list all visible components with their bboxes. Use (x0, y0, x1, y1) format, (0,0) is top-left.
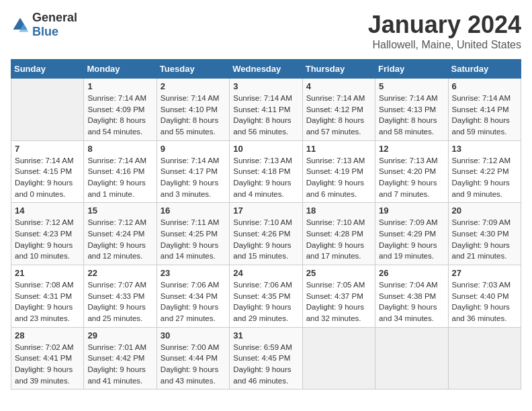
day-number: 20 (452, 205, 517, 216)
day-number: 4 (306, 81, 371, 91)
calendar-week-row: 28Sunrise: 7:02 AMSunset: 4:41 PMDayligh… (11, 327, 521, 390)
day-info: Sunrise: 7:13 AMSunset: 4:19 PMDaylight:… (306, 155, 371, 200)
sunset-text: Sunset: 4:20 PM (379, 166, 444, 177)
day-number: 8 (87, 144, 152, 154)
weekday-header: Saturday (448, 60, 521, 79)
sunset-text: Sunset: 4:41 PM (15, 353, 80, 364)
sunrise-text: Sunrise: 7:13 AM (233, 155, 298, 167)
sunset-text: Sunset: 4:16 PM (87, 166, 152, 177)
sunset-text: Sunset: 4:34 PM (161, 291, 226, 302)
day-info: Sunrise: 7:14 AMSunset: 4:14 PMDaylight:… (452, 93, 517, 138)
sunrise-text: Sunrise: 7:00 AM (161, 342, 226, 353)
day-info: Sunrise: 7:01 AMSunset: 4:42 PMDaylight:… (87, 342, 152, 387)
day-info: Sunrise: 7:14 AMSunset: 4:15 PMDaylight:… (15, 155, 80, 200)
day-number: 27 (452, 268, 517, 278)
sunset-text: Sunset: 4:11 PM (233, 104, 298, 116)
sunrise-text: Sunrise: 7:14 AM (379, 93, 444, 104)
daylight-text: Daylight: 9 hours and 10 minutes. (15, 240, 80, 262)
daylight-text: Daylight: 8 hours and 57 minutes. (306, 115, 371, 137)
sunrise-text: Sunrise: 6:59 AM (233, 342, 298, 353)
sunset-text: Sunset: 4:10 PM (161, 104, 226, 116)
calendar-day-cell: 17Sunrise: 7:10 AMSunset: 4:26 PMDayligh… (230, 203, 302, 265)
daylight-text: Daylight: 9 hours and 1 minute. (87, 177, 152, 199)
sunset-text: Sunset: 4:37 PM (306, 291, 371, 302)
day-number: 30 (161, 330, 226, 340)
daylight-text: Daylight: 9 hours and 27 minutes. (161, 302, 226, 324)
sunrise-text: Sunrise: 7:14 AM (452, 93, 517, 104)
day-number: 9 (161, 144, 226, 154)
daylight-text: Daylight: 9 hours and 23 minutes. (15, 302, 80, 324)
day-number: 3 (233, 81, 298, 91)
daylight-text: Daylight: 8 hours and 54 minutes. (87, 115, 152, 137)
daylight-text: Daylight: 9 hours and 3 minutes. (161, 177, 226, 199)
sunset-text: Sunset: 4:25 PM (161, 228, 226, 240)
sunrise-text: Sunrise: 7:14 AM (233, 93, 298, 104)
sunset-text: Sunset: 4:45 PM (233, 353, 298, 364)
sunrise-text: Sunrise: 7:14 AM (161, 93, 226, 104)
daylight-text: Daylight: 9 hours and 4 minutes. (233, 177, 298, 199)
sunset-text: Sunset: 4:35 PM (233, 291, 298, 302)
calendar-day-cell: 31Sunrise: 6:59 AMSunset: 4:45 PMDayligh… (230, 327, 302, 390)
sunrise-text: Sunrise: 7:14 AM (87, 155, 152, 167)
calendar-day-cell: 12Sunrise: 7:13 AMSunset: 4:20 PMDayligh… (375, 140, 448, 203)
weekday-header: Thursday (302, 60, 375, 79)
sunset-text: Sunset: 4:31 PM (15, 291, 80, 302)
sunset-text: Sunset: 4:24 PM (87, 228, 152, 240)
day-number: 6 (452, 81, 517, 91)
sunrise-text: Sunrise: 7:14 AM (15, 155, 80, 167)
daylight-text: Daylight: 9 hours and 6 minutes. (306, 177, 371, 199)
calendar-day-cell: 20Sunrise: 7:09 AMSunset: 4:30 PMDayligh… (448, 203, 521, 265)
calendar-day-cell: 14Sunrise: 7:12 AMSunset: 4:23 PMDayligh… (11, 203, 84, 265)
day-number: 21 (15, 268, 80, 278)
sunset-text: Sunset: 4:29 PM (379, 228, 444, 240)
sunset-text: Sunset: 4:17 PM (161, 166, 226, 177)
calendar-day-cell (11, 79, 84, 141)
calendar-day-cell: 13Sunrise: 7:12 AMSunset: 4:22 PMDayligh… (448, 140, 521, 203)
sunset-text: Sunset: 4:33 PM (87, 291, 152, 302)
day-info: Sunrise: 7:06 AMSunset: 4:35 PMDaylight:… (233, 279, 298, 324)
sunrise-text: Sunrise: 7:01 AM (87, 342, 152, 353)
sunrise-text: Sunrise: 7:06 AM (233, 279, 298, 291)
sunrise-text: Sunrise: 7:09 AM (379, 217, 444, 228)
calendar-day-cell: 19Sunrise: 7:09 AMSunset: 4:29 PMDayligh… (375, 203, 448, 265)
day-info: Sunrise: 7:06 AMSunset: 4:34 PMDaylight:… (161, 279, 226, 324)
day-info: Sunrise: 7:11 AMSunset: 4:25 PMDaylight:… (161, 217, 226, 262)
day-number: 31 (233, 330, 298, 340)
daylight-text: Daylight: 9 hours and 14 minutes. (161, 240, 226, 262)
sunrise-text: Sunrise: 7:11 AM (161, 217, 226, 228)
day-info: Sunrise: 7:14 AMSunset: 4:09 PMDaylight:… (87, 93, 152, 138)
calendar-day-cell: 30Sunrise: 7:00 AMSunset: 4:44 PMDayligh… (157, 327, 229, 390)
daylight-text: Daylight: 9 hours and 43 minutes. (161, 364, 226, 386)
sunrise-text: Sunrise: 7:07 AM (87, 279, 152, 291)
calendar-day-cell: 2Sunrise: 7:14 AMSunset: 4:10 PMDaylight… (157, 79, 229, 141)
day-info: Sunrise: 7:05 AMSunset: 4:37 PMDaylight:… (306, 279, 371, 324)
daylight-text: Daylight: 9 hours and 0 minutes. (15, 177, 80, 199)
weekday-header: Monday (84, 60, 157, 79)
calendar-day-cell: 10Sunrise: 7:13 AMSunset: 4:18 PMDayligh… (230, 140, 302, 203)
daylight-text: Daylight: 9 hours and 25 minutes. (87, 302, 152, 324)
calendar-week-row: 14Sunrise: 7:12 AMSunset: 4:23 PMDayligh… (11, 203, 521, 265)
calendar-day-cell: 29Sunrise: 7:01 AMSunset: 4:42 PMDayligh… (84, 327, 157, 390)
page-header: General Blue January 2024 Hallowell, Mai… (11, 11, 521, 51)
calendar-day-cell: 1Sunrise: 7:14 AMSunset: 4:09 PMDaylight… (84, 79, 157, 141)
day-number: 13 (452, 144, 517, 154)
sunrise-text: Sunrise: 7:10 AM (306, 217, 371, 228)
daylight-text: Daylight: 9 hours and 32 minutes. (306, 302, 371, 324)
day-info: Sunrise: 6:59 AMSunset: 4:45 PMDaylight:… (233, 342, 298, 387)
calendar-day-cell: 22Sunrise: 7:07 AMSunset: 4:33 PMDayligh… (84, 265, 157, 328)
day-number: 17 (233, 205, 298, 216)
daylight-text: Daylight: 9 hours and 29 minutes. (233, 302, 298, 324)
day-number: 26 (379, 268, 444, 278)
sunset-text: Sunset: 4:44 PM (161, 353, 226, 364)
sunrise-text: Sunrise: 7:13 AM (306, 155, 371, 167)
calendar-day-cell: 24Sunrise: 7:06 AMSunset: 4:35 PMDayligh… (230, 265, 302, 328)
day-info: Sunrise: 7:03 AMSunset: 4:40 PMDaylight:… (452, 279, 517, 324)
sunrise-text: Sunrise: 7:12 AM (87, 217, 152, 228)
day-number: 16 (161, 205, 226, 216)
calendar-day-cell: 16Sunrise: 7:11 AMSunset: 4:25 PMDayligh… (157, 203, 229, 265)
day-info: Sunrise: 7:08 AMSunset: 4:31 PMDaylight:… (15, 279, 80, 324)
calendar-day-cell (302, 327, 375, 390)
day-number: 15 (87, 205, 152, 216)
sunrise-text: Sunrise: 7:08 AM (15, 279, 80, 291)
calendar-day-cell: 28Sunrise: 7:02 AMSunset: 4:41 PMDayligh… (11, 327, 84, 390)
